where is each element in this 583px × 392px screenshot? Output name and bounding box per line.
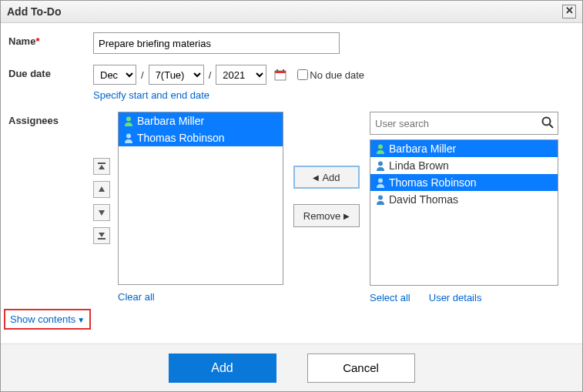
user-name: Barbara Miller	[137, 115, 204, 127]
show-contents-highlight: Show contents▼	[4, 309, 91, 330]
titlebar: Add To-Do ✕	[1, 1, 582, 23]
svg-rect-9	[98, 238, 106, 240]
svg-point-15	[378, 162, 383, 166]
year-select[interactable]: 2021	[216, 65, 266, 85]
user-icon	[375, 194, 386, 205]
dialog-content: Name* Due date Dec / 7(Tue) / 2021	[1, 23, 582, 303]
no-due-date-wrap[interactable]: No due date	[297, 69, 364, 81]
list-item[interactable]: Barbara Miller	[119, 112, 283, 129]
day-select[interactable]: 7(Tue)	[149, 65, 204, 85]
user-details-link[interactable]: User details	[429, 292, 482, 303]
due-date-row: Due date Dec / 7(Tue) / 2021 No due date	[8, 65, 575, 101]
svg-marker-5	[99, 165, 105, 169]
user-icon	[375, 160, 386, 171]
show-contents-link[interactable]: Show contents▼	[10, 313, 85, 325]
svg-point-12	[543, 118, 551, 126]
search-icon[interactable]	[541, 116, 554, 129]
svg-point-16	[378, 179, 383, 183]
select-all-link[interactable]: Select all	[370, 292, 410, 303]
clear-all-link[interactable]: Clear all	[118, 291, 155, 303]
list-item[interactable]: Barbara Miller	[370, 140, 558, 157]
list-item[interactable]: David Thomas	[370, 191, 558, 208]
user-name: Linda Brown	[389, 159, 449, 172]
user-icon	[123, 116, 134, 126]
assignees-label: Assignees	[8, 112, 93, 126]
triangle-left-icon: ◀	[313, 173, 319, 182]
svg-rect-2	[276, 69, 278, 72]
move-up-button[interactable]	[93, 181, 110, 198]
required-mark: *	[35, 35, 39, 47]
assigned-listbox[interactable]: Barbara MillerThomas Robinson	[118, 112, 283, 285]
reorder-controls	[93, 112, 113, 303]
name-input[interactable]	[93, 32, 340, 54]
user-icon	[375, 143, 386, 154]
dialog-footer: Add Cancel	[1, 343, 582, 391]
chevron-down-icon: ▼	[77, 316, 85, 324]
svg-line-13	[550, 125, 554, 129]
svg-rect-4	[98, 162, 106, 164]
name-label: Name*	[8, 32, 93, 47]
list-item[interactable]: Linda Brown	[370, 157, 558, 174]
name-row: Name*	[8, 32, 575, 54]
svg-marker-8	[99, 233, 105, 237]
user-name: David Thomas	[389, 193, 458, 206]
list-item[interactable]: Thomas Robinson	[119, 129, 283, 146]
add-button[interactable]: Add	[169, 353, 276, 383]
dialog-title: Add To-Do	[7, 5, 62, 18]
assignees-row: Assignees Barbara MillerThomas Robinson …	[8, 112, 575, 303]
move-top-button[interactable]	[93, 158, 110, 175]
user-icon	[375, 177, 386, 188]
user-name: Thomas Robinson	[389, 176, 477, 189]
cancel-button[interactable]: Cancel	[307, 353, 415, 383]
user-name: Barbara Miller	[389, 142, 456, 155]
calendar-icon[interactable]	[274, 69, 286, 81]
svg-point-17	[378, 196, 383, 200]
close-button[interactable]: ✕	[562, 5, 576, 18]
list-item[interactable]: Thomas Robinson	[370, 174, 558, 191]
remove-assignee-button[interactable]: Remove ▶	[293, 204, 360, 227]
svg-marker-6	[99, 186, 105, 192]
triangle-right-icon: ▶	[343, 212, 350, 220]
no-due-date-checkbox[interactable]	[297, 69, 308, 80]
specify-dates-link[interactable]: Specify start and end date	[93, 89, 209, 101]
svg-point-11	[126, 134, 131, 139]
user-name: Thomas Robinson	[137, 132, 225, 144]
month-select[interactable]: Dec	[93, 65, 136, 85]
add-assignee-button[interactable]: ◀ Add	[293, 166, 360, 189]
user-icon	[123, 132, 134, 143]
due-date-label: Due date	[8, 65, 93, 79]
move-bottom-button[interactable]	[93, 227, 110, 244]
add-todo-dialog: Add To-Do ✕ Name* Due date Dec / 7(Tue) …	[0, 0, 583, 392]
move-down-button[interactable]	[93, 204, 110, 221]
svg-point-14	[378, 145, 383, 149]
svg-rect-3	[283, 69, 284, 72]
svg-point-10	[126, 117, 131, 122]
available-listbox[interactable]: Barbara MillerLinda BrownThomas Robinson…	[370, 139, 558, 286]
user-search-input[interactable]	[370, 112, 558, 135]
svg-marker-7	[99, 210, 105, 216]
